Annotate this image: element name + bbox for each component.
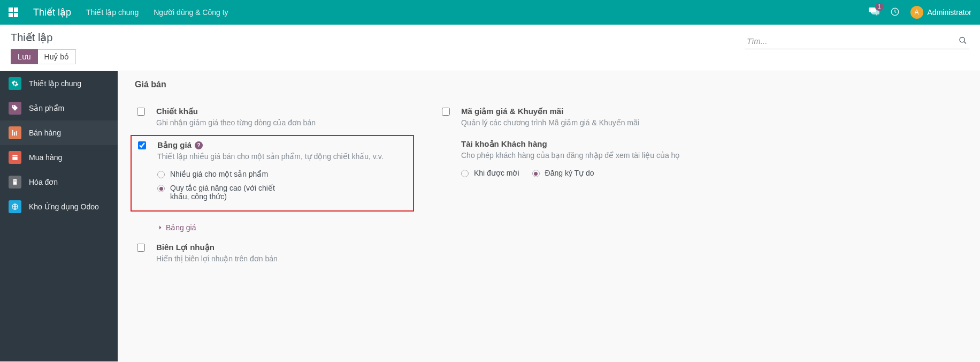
customer-account-desc: Cho phép khách hàng của bạn đăng nhập để… xyxy=(461,150,713,161)
sidebar-label: Mua hàng xyxy=(29,153,62,162)
option-pricelist: Bảng giá ? Thiết lập nhiều giá bán cho m… xyxy=(131,135,414,212)
sidebar-item-general[interactable]: Thiết lập chung xyxy=(0,71,118,96)
option-discount: Chiết khấu Ghi nhận giảm giá theo từng d… xyxy=(131,102,414,133)
sidebar-item-app-store[interactable]: Kho Ứng dụng Odoo xyxy=(0,194,118,219)
page-title: Thiết lập xyxy=(11,31,76,44)
settings-content: Giá bán Chiết khấu Ghi nhận giảm giá the… xyxy=(118,71,980,361)
sidebar-item-invoicing[interactable]: Hóa đơn xyxy=(0,170,118,194)
radio-icon xyxy=(461,170,469,177)
sidebar-item-sales[interactable]: Bán hàng xyxy=(0,120,118,145)
search-icon[interactable] xyxy=(959,36,967,47)
section-title: Giá bán xyxy=(135,80,967,89)
option-margin: Biên Lợi nhuận Hiển thị biên lợi nhuận t… xyxy=(131,238,414,269)
control-bar: Thiết lập Lưu Huỷ bỏ xyxy=(0,25,980,71)
username: Administrator xyxy=(928,8,971,17)
account-radio-invited[interactable]: Khi được mời xyxy=(461,169,519,177)
pricelist-radio-advanced[interactable]: Quy tắc giá nâng cao (với chiết khấu, cô… xyxy=(157,184,407,201)
user-menu[interactable]: A Administrator xyxy=(910,6,971,19)
radio-icon xyxy=(157,171,165,178)
sidebar-item-purchase[interactable]: Mua hàng xyxy=(0,145,118,170)
avatar: A xyxy=(910,6,923,19)
account-radio-free[interactable]: Đăng ký Tự do xyxy=(532,169,594,177)
pricelist-link[interactable]: Bảng giá xyxy=(156,223,408,232)
margin-checkbox[interactable] xyxy=(137,244,145,252)
discard-button[interactable]: Huỷ bỏ xyxy=(38,49,76,64)
gear-icon xyxy=(9,77,21,90)
svg-point-1 xyxy=(960,37,964,42)
chat-icon[interactable]: 1 xyxy=(869,6,879,19)
promo-checkbox[interactable] xyxy=(442,108,450,116)
purchase-icon xyxy=(9,151,21,164)
sales-icon xyxy=(9,126,21,139)
margin-desc: Hiển thị biên lợi nhuận trên đơn bán xyxy=(156,253,408,265)
chat-badge: 1 xyxy=(875,3,884,11)
app-title: Thiết lập xyxy=(33,6,71,18)
search-input[interactable] xyxy=(745,33,969,49)
sidebar-label: Thiết lập chung xyxy=(29,79,81,88)
save-button[interactable]: Lưu xyxy=(11,49,38,64)
sidebar-item-products[interactable]: Sản phẩm xyxy=(0,96,118,120)
activity-icon[interactable] xyxy=(890,7,900,18)
apps-icon[interactable] xyxy=(9,7,18,17)
radio-checked-icon xyxy=(532,170,540,177)
radio-checked-icon xyxy=(157,185,165,192)
invoice-icon xyxy=(9,176,21,188)
sidebar-label: Bán hàng xyxy=(29,129,61,137)
nav-users-companies[interactable]: Người dùng & Công ty xyxy=(154,8,228,17)
sidebar-label: Sản phẩm xyxy=(29,104,64,112)
margin-title: Biên Lợi nhuận xyxy=(156,243,408,252)
sidebar-label: Kho Ứng dụng Odoo xyxy=(29,202,99,211)
help-icon[interactable]: ? xyxy=(195,141,203,149)
discount-checkbox[interactable] xyxy=(137,108,145,116)
top-navbar: Thiết lập Thiết lập chung Người dùng & C… xyxy=(0,0,980,25)
discount-title: Chiết khấu xyxy=(156,107,408,116)
pricelist-radio-multiple[interactable]: Nhiều giá cho một sản phẩm xyxy=(157,170,407,178)
pricelist-desc: Thiết lập nhiều giá bán cho một sản phẩm… xyxy=(157,151,407,162)
settings-sidebar: Thiết lập chung Sản phẩm Bán hàng Mua hà… xyxy=(0,71,118,361)
nav-general-settings[interactable]: Thiết lập chung xyxy=(86,8,139,17)
globe-icon xyxy=(9,200,21,213)
discount-desc: Ghi nhận giảm giá theo từng dòng của đơn… xyxy=(156,117,408,129)
option-promo: Mã giảm giá & Khuyến mãi Quản lý các chư… xyxy=(435,102,719,133)
customer-account-title: Tài khoản Khách hàng xyxy=(461,139,713,149)
option-customer-account: Tài khoản Khách hàng Cho phép khách hàng… xyxy=(435,135,719,236)
promo-desc: Quản lý các chương trình Mã giảm giá & K… xyxy=(461,117,713,129)
pricelist-title: Bảng giá xyxy=(157,140,192,150)
sidebar-label: Hóa đơn xyxy=(29,178,58,186)
promo-title: Mã giảm giá & Khuyến mãi xyxy=(461,107,713,116)
tag-icon xyxy=(9,102,21,115)
pricelist-checkbox[interactable] xyxy=(138,141,146,149)
